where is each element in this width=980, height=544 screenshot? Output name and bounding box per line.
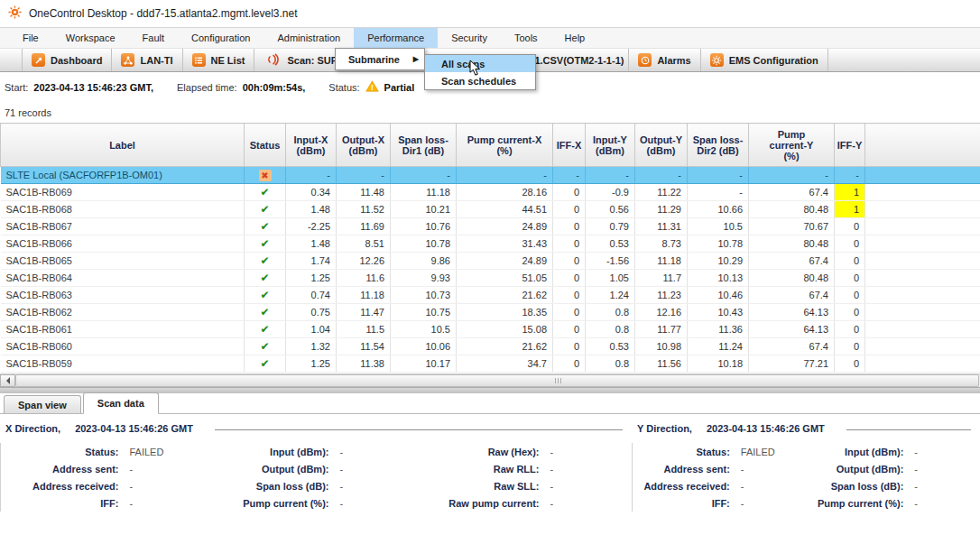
column-header-iff-y[interactable]: IFF-Y (835, 124, 865, 167)
table-header-row: LabelStatusInput-X (dBm)Output-X (dBm)Sp… (1, 124, 980, 167)
elapsed-value: 00h:09m:54s, (243, 82, 306, 93)
column-header-output-y[interactable]: Output-Y (dBm) (635, 124, 688, 167)
menu-item-performance[interactable]: Performance (354, 28, 438, 48)
scrollbar-thumb[interactable] (15, 374, 979, 387)
menu-item-workspace[interactable]: Workspace (52, 28, 129, 48)
menu-option-submarine[interactable]: Submarine ▶ (336, 49, 424, 69)
alarms-button[interactable]: Alarms (629, 49, 700, 71)
table-row[interactable]: SAC1B-RB064✔1.2511.69.9351.0501.0511.710… (1, 270, 980, 287)
tab-scan-data[interactable]: Scan data (83, 392, 159, 414)
value-cell: 0.8 (586, 304, 635, 321)
tab-span-view[interactable]: Span view (4, 395, 81, 413)
menu-item-security[interactable]: Security (438, 28, 501, 48)
value-cell: 77.21 (749, 355, 835, 373)
field-value: - (539, 447, 553, 457)
field-label: Address received: (633, 481, 730, 492)
value-cell: 11.18 (635, 253, 688, 270)
table-row[interactable]: SAC1B-RB067✔-2.2511.6910.7624.8900.7911.… (1, 218, 980, 235)
column-header-label[interactable]: Label (1, 124, 245, 167)
performance-dropdown-menu: Submarine ▶ (335, 48, 425, 70)
field-label: Output (dBm): (211, 464, 328, 475)
filler-cell (865, 321, 980, 338)
field-value: FAILED (730, 447, 775, 457)
menu-item-configuration[interactable]: Configuration (178, 28, 263, 48)
panel-timestamp: 2023-04-13 15:46:26 GMT (707, 423, 825, 434)
value-cell: 11.52 (337, 201, 391, 218)
row-label: SLTE Local (SACFORFP1B-OM01) (1, 167, 245, 184)
value-cell: 11.29 (635, 201, 688, 218)
svg-text:!: ! (371, 83, 374, 92)
table-row[interactable]: SAC1B-RB061✔1.0411.510.515.0800.811.7711… (1, 321, 980, 338)
records-count: 71 records (0, 102, 980, 123)
dashboard-button[interactable]: Dashboard (23, 49, 112, 71)
value-cell: 0 (553, 218, 586, 235)
field-label: IFF: (633, 498, 730, 509)
status-cell: ✔ (245, 218, 286, 235)
column-header-input-x[interactable]: Input-X (dBm) (286, 124, 337, 167)
column-header-span-loss[interactable]: Span loss- Dir2 (dB) (688, 124, 749, 167)
success-check-icon: ✔ (260, 272, 269, 284)
menu-item-administration[interactable]: Administration (263, 28, 354, 48)
field-label: Pump current (%): (807, 498, 904, 509)
value-cell: 11.47 (337, 304, 391, 321)
field-group: Raw (Hex):-Raw RLL:-Raw SLL:-Raw pump cu… (421, 443, 632, 512)
horizontal-scrollbar[interactable] (0, 373, 980, 387)
column-header-status[interactable]: Status (245, 124, 286, 167)
filler-cell (865, 338, 980, 355)
ne-list-icon (192, 53, 206, 67)
table-row[interactable]: SAC1B-RB063✔0.7411.1810.7321.6201.2411.2… (1, 287, 980, 304)
table-row[interactable]: SLTE Local (SACFORFP1B-OM01)✖---------- (1, 167, 980, 184)
status-label: Status: (328, 82, 359, 93)
ne-list-button[interactable]: NE List (183, 49, 255, 71)
success-check-icon: ✔ (260, 254, 269, 267)
success-check-icon: ✔ (260, 306, 269, 318)
column-header-spacer (865, 124, 980, 167)
scroll-left-button[interactable] (0, 374, 15, 387)
value-cell: 11.36 (688, 321, 749, 338)
value-cell: 0.53 (586, 235, 635, 253)
value-cell: 0.75 (286, 304, 337, 321)
menu-item-file[interactable]: File (9, 28, 52, 48)
column-header-span-loss[interactable]: Span loss- Dir1 (dB) (391, 124, 457, 167)
value-cell: 24.89 (457, 253, 553, 270)
value-cell: 10.21 (391, 201, 457, 218)
value-cell: 0.53 (586, 338, 635, 355)
value-cell: 0 (553, 235, 586, 253)
value-cell: 1.04 (286, 321, 337, 338)
column-header-pump[interactable]: Pump current-Y (%) (749, 124, 835, 167)
value-cell: 0.74 (286, 287, 337, 304)
field-value: - (730, 464, 744, 475)
field-value: - (539, 481, 553, 492)
value-cell: 10.98 (635, 338, 688, 355)
table-row[interactable]: SAC1B-RB066✔1.488.5110.7831.4300.538.731… (1, 235, 980, 253)
value-cell: 10.78 (391, 235, 457, 253)
row-label: SAC1B-RB065 (1, 253, 245, 270)
menu-item-help[interactable]: Help (551, 28, 599, 48)
column-header-pump-current-x[interactable]: Pump current-X (%) (457, 124, 553, 167)
value-cell: 0.8 (586, 321, 635, 338)
value-cell: 0 (835, 355, 865, 373)
value-cell: 70.67 (749, 218, 835, 235)
value-cell: 9.86 (391, 253, 457, 270)
value-cell: 9.93 (391, 270, 457, 287)
menu-item-tools[interactable]: Tools (501, 28, 551, 48)
field-label: Output (dBm): (807, 464, 904, 475)
row-label: SAC1B-RB063 (1, 287, 245, 304)
table-row[interactable]: SAC1B-RB062✔0.7511.4710.7518.3500.812.16… (1, 304, 980, 321)
value-cell: - (749, 167, 835, 184)
table-row[interactable]: SAC1B-RB059✔1.2511.3810.1734.700.811.561… (1, 355, 980, 373)
value-cell: - (586, 167, 635, 184)
value-cell: - (457, 167, 553, 184)
table-row[interactable]: SAC1B-RB068✔1.4811.5210.2144.5100.5611.2… (1, 201, 980, 218)
column-header-input-y[interactable]: Input-Y (dBm) (586, 124, 635, 167)
table-row[interactable]: SAC1B-RB060✔1.3211.5410.0621.6200.5310.9… (1, 338, 980, 355)
lan-ti-button[interactable]: LAN-TI (112, 49, 182, 71)
column-header-iff-x[interactable]: IFF-X (553, 124, 586, 167)
menu-item-fault[interactable]: Fault (129, 28, 178, 48)
table-row[interactable]: SAC1B-RB069✔0.3411.4811.1828.160-0.911.2… (1, 184, 980, 201)
column-header-output-x[interactable]: Output-X (dBm) (337, 124, 391, 167)
ems-configuration-button[interactable]: EMS Configuration (701, 49, 828, 71)
dashboard-label: Dashboard (51, 55, 102, 66)
value-cell: - (337, 167, 391, 184)
table-row[interactable]: SAC1B-RB065✔1.7412.269.8624.890-1.5611.1… (1, 253, 980, 270)
